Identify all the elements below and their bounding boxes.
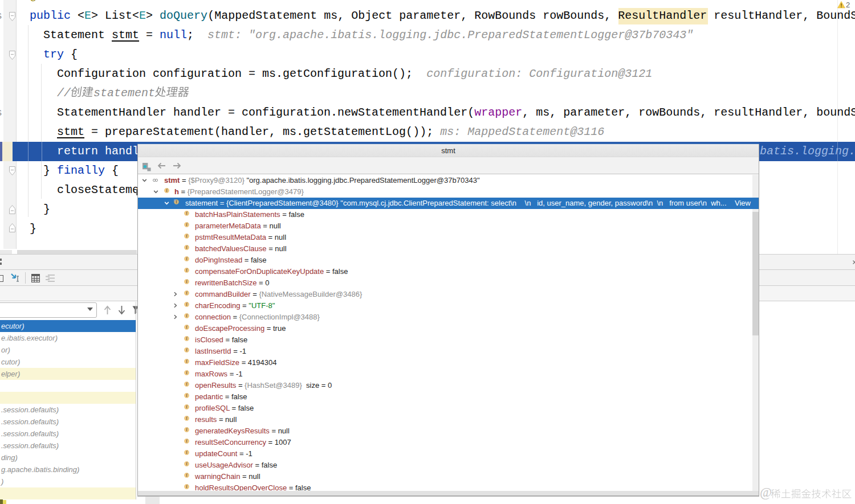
svg-text:f: f	[186, 256, 188, 261]
svg-text:f: f	[186, 461, 188, 466]
svg-text:f: f	[186, 404, 188, 409]
svg-text:f: f	[186, 370, 188, 375]
svg-text:f: f	[186, 302, 188, 307]
svg-text:f: f	[186, 393, 188, 398]
svg-text:f: f	[186, 347, 188, 353]
svg-text:f: f	[186, 245, 188, 250]
svg-text:f: f	[186, 325, 188, 330]
svg-text:f: f	[186, 290, 188, 296]
svg-text:f: f	[186, 222, 188, 227]
svg-text:f: f	[186, 233, 188, 239]
svg-text:f: f	[186, 359, 188, 364]
svg-text:f: f	[186, 279, 188, 284]
svg-text:f: f	[186, 439, 188, 444]
svg-text:f: f	[186, 416, 188, 421]
svg-text:f: f	[186, 484, 188, 489]
svg-text:f: f	[186, 313, 188, 318]
svg-text:f: f	[166, 188, 168, 193]
svg-text:f: f	[176, 199, 177, 204]
svg-text:f: f	[186, 336, 188, 341]
svg-text:f: f	[186, 427, 188, 432]
svg-text:f: f	[186, 268, 188, 273]
svg-text:f: f	[186, 473, 188, 478]
svg-text:f: f	[186, 382, 188, 387]
svg-text:f: f	[186, 450, 188, 455]
svg-text:f: f	[186, 211, 188, 216]
